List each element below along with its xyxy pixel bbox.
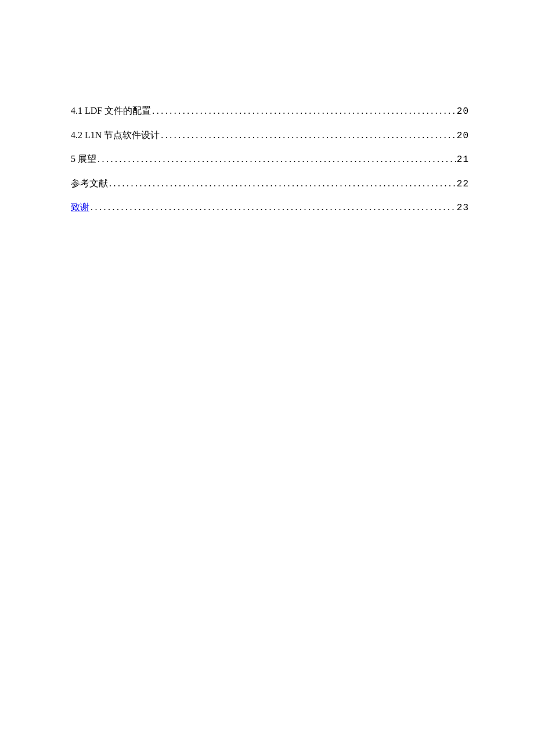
toc-entry: 4.2 L1N 节点软件设计20 bbox=[71, 128, 469, 144]
toc-leader bbox=[108, 176, 457, 191]
toc-page-number: 23 bbox=[457, 201, 469, 216]
toc-entry: 致谢23 bbox=[71, 200, 469, 216]
toc-leader bbox=[89, 200, 457, 215]
toc-entry: 5 展望21 bbox=[71, 152, 469, 168]
toc-label: 5 展望 bbox=[71, 152, 96, 167]
toc-page-number: 21 bbox=[457, 153, 469, 168]
toc-label: 4.1 LDF 文件的配置 bbox=[71, 103, 151, 118]
toc-link[interactable]: 致谢 bbox=[71, 200, 89, 215]
toc-page-number: 20 bbox=[457, 129, 469, 144]
toc-entry: 4.1 LDF 文件的配置20 bbox=[71, 103, 469, 120]
toc-label: 4.2 L1N 节点软件设计 bbox=[71, 128, 160, 143]
toc-page-number: 22 bbox=[457, 177, 469, 192]
toc-leader bbox=[160, 128, 456, 143]
toc-container: 4.1 LDF 文件的配置204.2 L1N 节点软件设计205 展望21参考文… bbox=[71, 103, 469, 216]
toc-entry: 参考文献22 bbox=[71, 176, 469, 192]
toc-page-number: 20 bbox=[457, 105, 469, 120]
toc-label: 参考文献 bbox=[71, 176, 108, 191]
toc-leader bbox=[151, 103, 457, 118]
toc-leader bbox=[96, 152, 457, 167]
